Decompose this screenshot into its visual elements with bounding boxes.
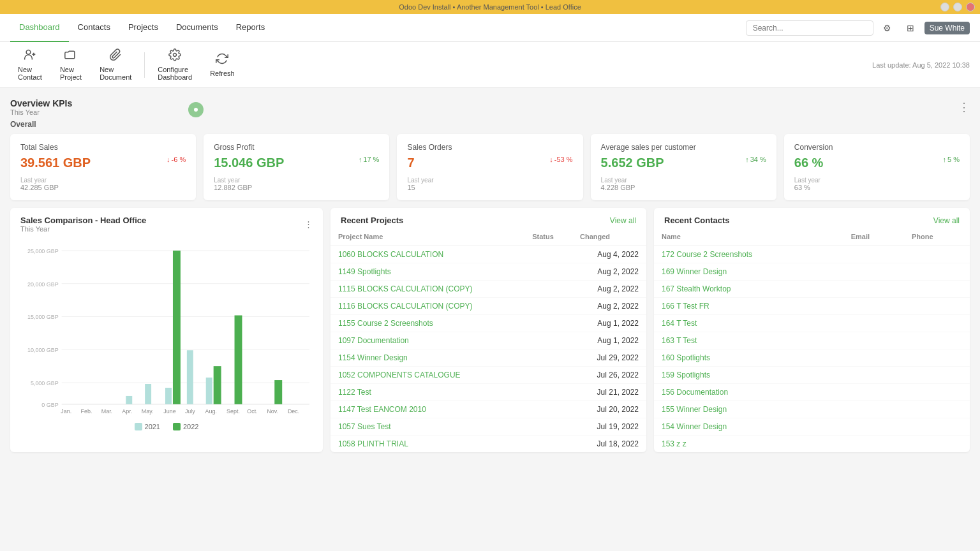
kpi-label-0: Total Sales: [20, 143, 186, 152]
new-document-label: NewDocument: [100, 66, 131, 81]
contact-name[interactable]: 163 T Test: [654, 332, 843, 349]
project-status: [524, 349, 572, 367]
contact-name[interactable]: 164 T Test: [654, 315, 843, 332]
svg-rect-17: [145, 384, 151, 404]
grid-icon[interactable]: ⊞: [902, 19, 919, 37]
contacts-view-all[interactable]: View all: [933, 216, 960, 225]
sales-menu-icon[interactable]: ⋮: [304, 219, 313, 229]
search-input[interactable]: [746, 20, 873, 36]
contact-phone: [904, 246, 970, 263]
kpi-value-1: 15.046 GBP: [214, 156, 284, 170]
project-name[interactable]: 1097 Documentation: [330, 332, 524, 349]
project-name[interactable]: 1155 Course 2 Screenshots: [330, 315, 524, 332]
contact-phone: [904, 384, 970, 401]
table-row: 1116 BLOCKS CALCULATION (COPY) Aug 2, 20…: [330, 298, 646, 315]
nav-dashboard[interactable]: Dashboard: [10, 14, 69, 42]
new-contact-label: NewContact: [18, 66, 42, 81]
svg-text:5,000 GBP: 5,000 GBP: [31, 380, 59, 386]
project-status: [524, 263, 572, 281]
refresh-label: Refresh: [210, 70, 235, 77]
project-name[interactable]: 1147 Test EANCOM 2010: [330, 401, 524, 418]
kpi-section-header: Overview KPIs This Year ⋮: [10, 98, 970, 116]
nav-documents[interactable]: Documents: [167, 14, 227, 42]
toolbar: NewContact NewProject NewDocument Config…: [0, 42, 980, 88]
new-project-button[interactable]: NewProject: [52, 46, 89, 84]
minimize-btn[interactable]: [940, 3, 949, 11]
svg-rect-18: [165, 388, 172, 404]
table-row: 1097 Documentation Aug 1, 2022: [330, 332, 646, 349]
legend-dot-2021: [135, 423, 142, 430]
contact-email: [843, 349, 904, 367]
project-name[interactable]: 1057 Sues Test: [330, 418, 524, 436]
projects-panel-title: Recent Projects: [341, 216, 403, 225]
svg-text:0 GBP: 0 GBP: [41, 402, 58, 408]
contact-email: [843, 367, 904, 384]
contact-name[interactable]: 172 Course 2 Screenshots: [654, 246, 843, 263]
contact-phone: [904, 418, 970, 436]
close-btn[interactable]: [966, 3, 975, 11]
project-status: [524, 367, 572, 384]
contact-name[interactable]: 166 T Test FR: [654, 298, 843, 315]
table-row: 164 T Test: [654, 315, 970, 332]
svg-text:Jan.: Jan.: [61, 408, 71, 415]
kpi-menu-icon[interactable]: ⋮: [958, 100, 970, 114]
table-row: 153 z z: [654, 436, 970, 453]
table-row: 1149 Spotlights Aug 2, 2022: [330, 263, 646, 281]
recent-contacts-panel: Recent Contacts View all Name Email Phon…: [654, 208, 970, 452]
contact-name[interactable]: 167 Stealth Worktop: [654, 281, 843, 298]
project-name[interactable]: 1058 PLINTH TRIAL: [330, 436, 524, 453]
contact-name[interactable]: 160 Spotlights: [654, 349, 843, 367]
contact-name[interactable]: 153 z z: [654, 436, 843, 453]
svg-text:Dec.: Dec.: [288, 408, 299, 415]
settings-icon[interactable]: ⚙: [879, 19, 896, 37]
nav-search-area: ⚙ ⊞ Sue White: [746, 19, 970, 37]
contact-email: [843, 315, 904, 332]
sales-panel-subtitle: This Year: [20, 225, 146, 233]
project-name[interactable]: 1052 COMPONENTS CATALOGUE: [330, 367, 524, 384]
new-document-button[interactable]: NewDocument: [92, 46, 139, 84]
table-row: 1147 Test EANCOM 2010 Jul 20, 2022: [330, 401, 646, 418]
project-name[interactable]: 1115 BLOCKS CALCULATION (COPY): [330, 281, 524, 298]
project-name[interactable]: 1149 Spotlights: [330, 263, 524, 281]
project-status: [524, 384, 572, 401]
project-name[interactable]: 1154 Winner Design: [330, 349, 524, 367]
nav-projects[interactable]: Projects: [119, 14, 167, 42]
contact-name[interactable]: 156 Documentation: [654, 384, 843, 401]
maximize-btn[interactable]: [953, 3, 962, 11]
toolbar-separator: [144, 52, 145, 78]
refresh-button[interactable]: Refresh: [202, 50, 242, 80]
legend-dot-2022: [173, 423, 181, 430]
kpi-subtitle: This Year: [10, 108, 72, 116]
svg-text:Aug.: Aug.: [205, 408, 216, 415]
svg-text:June: June: [163, 408, 175, 415]
project-changed: Aug 4, 2022: [572, 246, 646, 263]
window-controls[interactable]: [940, 3, 975, 11]
kpi-value-4: 66 %: [794, 156, 824, 170]
kpi-lastyear-label-2: Last year: [407, 177, 572, 184]
project-name[interactable]: 1116 BLOCKS CALCULATION (COPY): [330, 298, 524, 315]
legend-2021: 2021: [135, 423, 160, 430]
project-changed: Aug 1, 2022: [572, 332, 646, 349]
project-changed: Aug 2, 2022: [572, 281, 646, 298]
kpi-lastyear-val-1: 12.882 GBP: [214, 184, 379, 191]
contact-name[interactable]: 169 Winner Design: [654, 263, 843, 281]
kpi-label-3: Average sales per customer: [601, 143, 766, 152]
projects-view-all[interactable]: View all: [610, 216, 636, 225]
new-contact-button[interactable]: NewContact: [10, 46, 50, 84]
contact-name[interactable]: 155 Winner Design: [654, 401, 843, 418]
project-changed: Jul 26, 2022: [572, 367, 646, 384]
project-name[interactable]: 1122 Test: [330, 384, 524, 401]
nav-reports[interactable]: Reports: [227, 14, 274, 42]
contact-name[interactable]: 159 Spotlights: [654, 367, 843, 384]
contact-name[interactable]: 154 Winner Design: [654, 418, 843, 436]
project-status: [524, 246, 572, 263]
contact-email: [843, 298, 904, 315]
project-name[interactable]: 1060 BLOCKS CALCULATION: [330, 246, 524, 263]
legend-2022: 2022: [173, 423, 198, 430]
projects-col-name: Project Name: [330, 228, 524, 246]
user-avatar[interactable]: Sue White: [924, 22, 970, 34]
table-row: 1155 Course 2 Screenshots Aug 1, 2022: [330, 315, 646, 332]
configure-dashboard-button[interactable]: ConfigureDashboard: [150, 46, 200, 84]
nav-contacts[interactable]: Contacts: [69, 14, 119, 42]
projects-table: Project Name Status Changed 1060 BLOCKS …: [330, 228, 646, 452]
